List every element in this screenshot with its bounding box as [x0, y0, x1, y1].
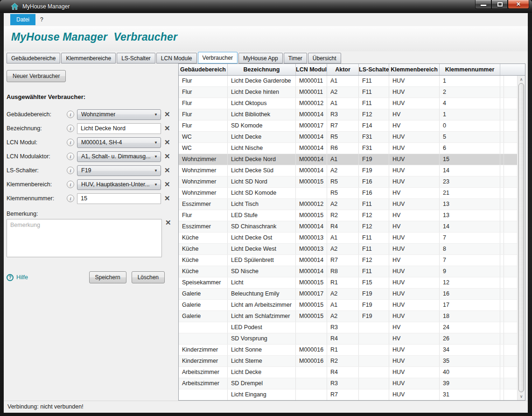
tab-uebersicht[interactable]: Übersicht: [308, 53, 341, 63]
table-row[interactable]: Küche SD Nische M000014 R8 F11 HUV 9: [179, 266, 517, 277]
new-consumer-button[interactable]: Neuer Verbraucher: [7, 70, 66, 82]
table-row[interactable]: Kinderzimmer Licht Sonne M000016 R1 HUV …: [179, 345, 517, 356]
clear-field-button[interactable]: ✕: [164, 111, 170, 118]
table-row[interactable]: Wohnzimmer Licht SD Nord M000015 R5 F16 …: [179, 176, 517, 188]
cell-klemmennummer: 0: [440, 120, 500, 131]
gebaeudebereich-select[interactable]: Wohnzimmer ▼: [77, 109, 161, 120]
info-icon[interactable]: i: [67, 153, 74, 160]
maximize-button[interactable]: [491, 0, 508, 9]
info-icon[interactable]: i: [67, 181, 74, 188]
tab-gebaeudebereiche[interactable]: Gebäudebereiche: [7, 53, 60, 63]
info-icon[interactable]: i: [67, 111, 74, 118]
help-link[interactable]: ? Hilfe: [7, 274, 28, 281]
tab-verbraucher[interactable]: Verbraucher: [198, 52, 238, 63]
table-row[interactable]: Küche LED Spülenbrett M000014 R7 F12 HV …: [179, 255, 517, 266]
table-row[interactable]: Kinderzimmer Licht Sterne M000016 R2 HUV…: [179, 356, 517, 367]
info-icon[interactable]: i: [67, 125, 74, 132]
table-row[interactable]: Wohnzimmer Licht SD Komode R5 F16 HV 21: [179, 188, 517, 199]
bezeichnung-input[interactable]: [77, 123, 161, 134]
cell-lcn-modul: M000016: [296, 356, 327, 367]
column-header-klemmenbereich[interactable]: Klemmenbereich: [389, 64, 440, 75]
delete-button[interactable]: Löschen: [132, 271, 165, 283]
tab-timer[interactable]: Timer: [284, 53, 307, 63]
column-header-aktor[interactable]: Aktor: [327, 64, 359, 75]
tab-myhouse-app[interactable]: MyHouse App: [238, 53, 283, 63]
cell-klemmenbereich: HV: [389, 333, 440, 344]
clear-field-button[interactable]: ✕: [164, 153, 170, 160]
table-row[interactable]: Esszimmer Licht Tisch M000012 A2 F11 HUV…: [179, 199, 517, 210]
column-header-bezeichnung[interactable]: Bezeichnung: [228, 64, 296, 75]
table-row[interactable]: Flur LED Stufe M000015 R2 F12 HV 13: [179, 210, 517, 221]
clear-field-button[interactable]: ✕: [165, 219, 171, 226]
clear-field-button[interactable]: ✕: [164, 167, 170, 174]
cell-aktor: R2: [327, 210, 359, 221]
cell-ls-schalter: [359, 322, 389, 333]
table-row[interactable]: Flur Licht Oktopus M000012 A1 F11 HUV 4: [179, 98, 517, 109]
table-row[interactable]: Küche Licht Decke Ost M000013 A1 F11 HUV…: [179, 233, 517, 244]
menu-item-help[interactable]: ?: [35, 14, 48, 25]
cell-gebaeudebereich: Flur: [179, 109, 228, 120]
cell-klemmenbereich: HUV: [389, 367, 440, 378]
table-row[interactable]: Galerie Licht am Arbeitszimmer M000015 A…: [179, 300, 517, 311]
info-icon[interactable]: i: [67, 167, 74, 174]
table-row[interactable]: Flur Licht Bibliothek M000014 R3 F12 HV …: [179, 109, 517, 120]
klemmennummer-input[interactable]: [77, 193, 161, 204]
clear-field-button[interactable]: ✕: [164, 181, 170, 188]
table-row[interactable]: Arbeitszimmer Licht Decke R4 HUV 40: [179, 367, 517, 378]
table-row[interactable]: Flur SD Komode M000017 R7 F14 HV 0: [179, 120, 517, 132]
lcn-modul-select[interactable]: M000014, SH-4 ▼: [77, 137, 161, 148]
table-row[interactable]: Speisekammer Licht M000015 R1 F15 HUV 12: [179, 277, 517, 289]
tab-lcn-module[interactable]: LCN Module: [156, 53, 197, 63]
table-row[interactable]: LED Podest R3 HV 24: [179, 322, 517, 333]
column-header-ls-schalter[interactable]: LS-Schalter: [359, 64, 389, 75]
table-row[interactable]: Wohnzimmer Licht Decke Nord M000014 A1 F…: [179, 154, 517, 165]
scroll-up-icon[interactable]: ∧: [518, 76, 525, 83]
klemmenbereich-select[interactable]: HUV, Hauptkasten-Unter... ▼: [77, 179, 161, 190]
table-row[interactable]: Flur Licht Decke hinten M000011 A2 F11 H…: [179, 87, 517, 98]
table-row[interactable]: WC Licht Nische M000014 R6 F31 HUV 6: [179, 143, 517, 154]
info-icon[interactable]: i: [67, 195, 74, 202]
cell-klemmennummer: 9: [440, 266, 500, 277]
scrollbar-thumb[interactable]: [518, 83, 524, 392]
column-header-klemmennummer[interactable]: Klemmennummer: [440, 64, 500, 75]
cell-ls-schalter: F31: [359, 143, 389, 154]
form-row-klemmennummer: Klemmennummer: i ✕: [7, 193, 178, 204]
cell-klemmennummer: 17: [440, 300, 500, 310]
scroll-down-icon[interactable]: ∨: [518, 393, 525, 400]
cell-bezeichnung: Licht Tisch: [228, 199, 296, 210]
vertical-scrollbar[interactable]: ∧ ∨: [517, 76, 525, 400]
title-bar[interactable]: MyHouse Manager ✕: [0, 0, 532, 13]
table-row[interactable]: WC Licht Decke M000014 R5 F31 HUV 5: [179, 132, 517, 143]
minimize-button[interactable]: [475, 0, 491, 9]
table-row[interactable]: Wohnzimmer Licht Decke Süd M000014 A2 F1…: [179, 165, 517, 176]
clear-field-button[interactable]: ✕: [164, 139, 170, 146]
clear-field-button[interactable]: ✕: [164, 195, 170, 202]
tab-klemmenbereiche[interactable]: Klemmenbereiche: [61, 53, 116, 63]
menu-item-datei[interactable]: Datei: [10, 14, 35, 25]
column-header-lcn-modul[interactable]: LCN Modul: [296, 64, 327, 75]
cell-filler: [500, 345, 504, 355]
lcn-modulaktor-select[interactable]: A1, Schalt- u. Dimmausg... ▼: [77, 151, 161, 162]
ls-schalter-select[interactable]: F19 ▼: [77, 165, 161, 176]
cell-lcn-modul: M000017: [296, 120, 327, 131]
table-row[interactable]: Licht Eingang R7 HUV 31: [179, 389, 517, 400]
cell-bezeichnung: Licht Decke West: [228, 244, 296, 254]
table-row[interactable]: Arbeitszimmer SD Drempel R3 HUV 39: [179, 378, 517, 389]
cell-filler: [500, 76, 504, 86]
info-icon[interactable]: i: [67, 139, 74, 146]
column-header-gebaeudebereich[interactable]: Gebäudebereich: [179, 64, 228, 75]
cell-bezeichnung: Licht Decke Nord: [228, 154, 296, 165]
save-button[interactable]: Speichern: [89, 271, 126, 283]
table-row[interactable]: Galerie Licht am Schlafzimmer M000015 A2…: [179, 311, 517, 322]
table-row[interactable]: Esszimmer SD Chinaschrank M000014 R4 F12…: [179, 221, 517, 233]
table-row[interactable]: Küche Licht Decke West M000013 A2 F11 HU…: [179, 244, 517, 255]
close-button[interactable]: ✕: [508, 0, 529, 9]
clear-field-button[interactable]: ✕: [164, 125, 170, 132]
table-row[interactable]: SD Vorsprung R4 HV 26: [179, 333, 517, 345]
remark-textarea[interactable]: [7, 219, 162, 257]
table-row[interactable]: Flur Licht Decke Garderobe M000011 A1 F1…: [179, 76, 517, 87]
tab-ls-schalter[interactable]: LS-Schalter: [117, 53, 155, 63]
table-row[interactable]: Galerie Beleuchtung Emily M000017 A2 F19…: [179, 289, 517, 300]
cell-aktor: A1: [327, 300, 359, 310]
cell-gebaeudebereich: Galerie: [179, 311, 228, 322]
